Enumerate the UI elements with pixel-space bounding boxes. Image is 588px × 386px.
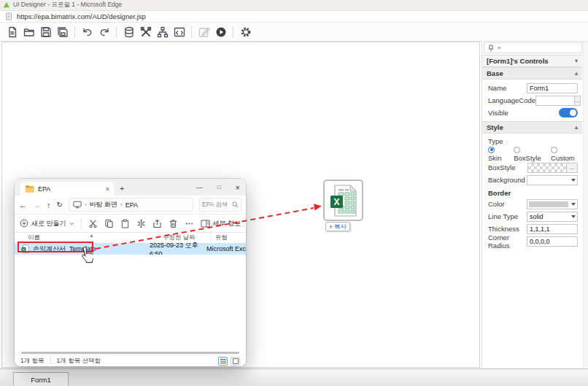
save-button[interactable] [37,25,54,39]
tab-close-icon[interactable]: × [106,185,109,193]
details-pane-icon [201,220,210,228]
browser-urlbar[interactable]: https://epa.bimatrix.com/AUD/designer.js… [0,11,588,23]
save-icon [40,26,52,38]
chevron-down-icon [69,222,74,225]
forward-button[interactable]: → [33,201,41,209]
tab-form1[interactable]: Form1 [13,372,69,386]
refresh-button[interactable]: ↻ [57,201,63,209]
radio-icon [514,147,520,153]
sort-ascending-icon: ▲ [89,233,94,238]
column-date-modified[interactable]: 수정한 날짜 [158,233,210,242]
save-all-button[interactable] [54,25,71,39]
undo-button[interactable] [79,25,96,39]
redo-button[interactable] [96,25,112,39]
file-row[interactable]: 손익계산서_Template 2025-09-23 오후 6:50 Micros… [15,243,246,255]
up-button[interactable]: ↑ [47,201,51,209]
style-section-header[interactable]: Style ▴ [482,121,582,134]
chevron-right-icon: › [85,201,87,208]
background-dropdown[interactable] [527,175,578,185]
new-file-button[interactable] [4,25,20,39]
url-text[interactable]: https://epa.bimatrix.com/AUD/designer.js… [17,12,146,20]
new-item-button[interactable]: 새로 만들기 [20,219,74,228]
column-type[interactable]: 유형 [210,233,228,242]
delete-button[interactable] [169,219,178,228]
boxstyle-swatch[interactable] [527,163,567,173]
background-row: Background [482,174,582,186]
panel-scrollbar[interactable] [583,42,588,368]
name-input[interactable] [527,83,578,93]
corner-radius-row: Corner Radius [482,235,582,247]
share-icon [152,219,162,228]
breadcrumb-desktop[interactable]: 바탕 화면 [90,200,118,209]
radio-icon [551,147,557,153]
panel-pin-bar: » [484,42,582,53]
tools-button[interactable] [137,25,154,39]
language-code-browse-button[interactable]: ... [575,96,581,106]
boxstyle-label: BoxStyle [488,163,527,171]
chevron-down-icon [570,215,577,218]
new-tab-button[interactable]: + [120,184,124,193]
edit-button[interactable] [196,25,212,39]
explorer-statusbar: 1개 항목 1개 항목 선택함 [15,355,246,366]
border-color-dropdown[interactable] [527,199,578,209]
scrollbar-thumb[interactable] [21,352,239,354]
copy-button[interactable] [104,219,114,228]
controls-header[interactable]: [Form1]'s Controls ▾ [482,55,582,67]
folder-icon [25,185,34,193]
close-button[interactable]: × [236,183,240,192]
pin-icon[interactable] [488,45,494,52]
open-button[interactable] [20,25,37,39]
desktop-icon [73,201,82,209]
language-code-input[interactable] [535,96,575,106]
run-button[interactable] [212,25,229,39]
more-options-button[interactable] [185,219,194,228]
file-name: 손익계산서_Template [33,244,150,254]
visible-toggle[interactable] [559,108,578,117]
details-view-button[interactable]: 세부 정보 [201,219,241,228]
details-layout-button[interactable] [218,357,228,366]
base-section-header[interactable]: Base ▴ [482,67,582,80]
breadcrumb[interactable]: › 바탕 화면 › EPA [69,198,193,212]
excel-drop-target[interactable]: X [323,180,363,221]
rename-button[interactable] [136,219,146,228]
maximize-button[interactable]: □ [217,184,221,190]
script-button[interactable] [171,25,187,39]
hierarchy-button[interactable] [154,25,171,39]
explorer-titlebar[interactable]: EPA × + — □ × [15,179,246,196]
rename-icon [136,219,146,228]
settings-button[interactable] [237,25,254,39]
window-controls: — □ × [196,179,240,196]
minimize-button[interactable]: — [196,184,203,191]
collapse-panel-icon[interactable]: » [498,45,500,51]
file-type: Microsoft Excel [206,245,246,252]
breadcrumb-folder[interactable]: EPA [125,201,138,209]
explorer-tab[interactable]: EPA × [20,182,114,196]
thickness-input[interactable] [527,224,578,234]
bottom-tab-bar: Form1 [0,368,588,386]
excel-file-icon [21,244,29,253]
item-count: 1개 항목 [20,357,45,366]
paste-button[interactable] [120,219,130,228]
corner-radius-input[interactable] [527,236,578,247]
radio-boxstyle[interactable]: BoxStyle [514,146,543,162]
toggle-knob [570,109,576,116]
file-explorer-window[interactable]: EPA × + — □ × ← → ↑ ↻ › 바탕 화면 › EPA E [15,179,246,366]
back-button[interactable]: ← [19,201,27,209]
explorer-empty-area[interactable] [15,255,246,350]
background-label: Background [488,176,527,184]
database-button[interactable] [120,25,137,39]
search-icon [232,201,239,208]
tab-form1-label: Form1 [31,376,50,384]
line-type-dropdown[interactable]: solid [527,212,578,222]
cut-button[interactable] [88,219,98,228]
boxstyle-browse-button[interactable]: ... [567,163,578,173]
color-swatch [529,201,568,207]
large-icons-layout-button[interactable] [231,357,240,366]
radio-skin[interactable]: Skin [488,146,506,162]
share-button[interactable] [152,219,162,228]
search-input[interactable]: EPA 검색 [199,198,241,212]
type-radio-group: Skin BoxStyle Custom [482,147,582,160]
language-code-row: LanguageCode ... [482,94,582,107]
copy-badge-label: 복사 [334,223,347,231]
radio-custom[interactable]: Custom [551,146,578,162]
